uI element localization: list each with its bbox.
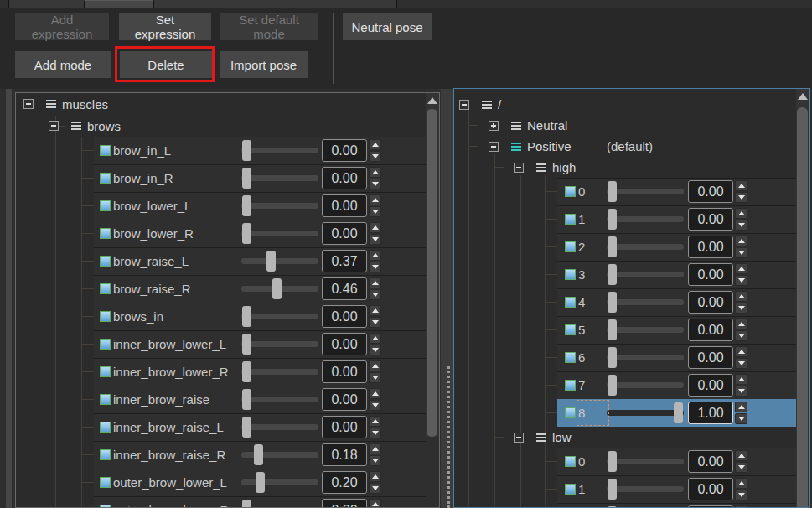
slider-handle[interactable] xyxy=(608,236,617,257)
value-slider[interactable] xyxy=(607,236,684,258)
spin-down-button[interactable] xyxy=(369,206,381,217)
spin-down-button[interactable] xyxy=(735,330,747,341)
slider-handle[interactable] xyxy=(608,375,617,396)
tree-group-low[interactable]: low xyxy=(454,427,809,448)
value-slider[interactable] xyxy=(241,333,318,355)
menu-icon-default[interactable] xyxy=(511,143,521,151)
spin-value[interactable]: 0.00 xyxy=(331,420,357,435)
spin-value[interactable]: 0.00 xyxy=(331,503,357,508)
checkbox-icon[interactable] xyxy=(565,186,576,197)
spin-value[interactable]: 0.00 xyxy=(331,143,357,158)
spin-up-button[interactable] xyxy=(369,360,381,371)
spin-value[interactable]: 0.00 xyxy=(331,226,357,241)
value-slider[interactable] xyxy=(241,194,318,217)
value-spinbox[interactable]: 0.00 xyxy=(688,291,733,314)
spin-down-button[interactable] xyxy=(369,455,381,466)
checkbox-icon[interactable] xyxy=(565,456,576,467)
checkbox-icon[interactable] xyxy=(100,173,111,184)
spin-down-button[interactable] xyxy=(735,303,747,314)
spin-down-button[interactable] xyxy=(369,289,381,300)
slider-handle[interactable] xyxy=(608,292,617,313)
target-row-selected[interactable]: 81.00 xyxy=(454,399,809,427)
value-spinbox[interactable]: 0.37 xyxy=(322,250,367,272)
value-spinbox[interactable]: 0.00 xyxy=(322,416,367,438)
slider-handle[interactable] xyxy=(608,181,617,202)
spin-down-button[interactable] xyxy=(369,151,381,162)
value-slider[interactable] xyxy=(607,402,684,424)
value-spinbox[interactable]: 0.00 xyxy=(322,499,367,508)
slider-handle[interactable] xyxy=(242,500,251,508)
value-spinbox[interactable]: 0.18 xyxy=(322,443,367,466)
checkbox-icon[interactable] xyxy=(100,256,111,267)
value-slider[interactable] xyxy=(607,263,684,286)
muscle-row[interactable]: inner_brow_lower_R0.00 xyxy=(16,358,439,386)
value-slider[interactable] xyxy=(241,471,318,494)
value-slider[interactable] xyxy=(241,277,318,300)
spin-up-button[interactable] xyxy=(369,194,381,205)
value-spinbox[interactable]: 1.00 xyxy=(688,402,733,424)
panel-splitter[interactable] xyxy=(441,89,453,508)
value-slider[interactable] xyxy=(607,291,684,314)
slider-handle[interactable] xyxy=(242,361,251,382)
muscle-row[interactable]: outer_brow_lower_L0.20 xyxy=(16,469,439,496)
value-spinbox[interactable]: 0.00 xyxy=(322,305,367,328)
value-spinbox[interactable]: 0.00 xyxy=(688,208,733,231)
checkbox-icon[interactable] xyxy=(565,407,576,418)
slider-handle[interactable] xyxy=(608,264,617,285)
spin-down-button[interactable] xyxy=(735,358,747,369)
spin-up-button[interactable] xyxy=(735,346,747,357)
muscle-row[interactable]: outer_brow_lower_R0.00 xyxy=(16,496,439,508)
import-pose-button[interactable]: Import pose xyxy=(220,51,308,78)
value-spinbox[interactable]: 0.00 xyxy=(688,263,733,286)
muscle-row[interactable]: brow_in_L0.00 xyxy=(16,137,439,164)
value-spinbox[interactable]: 0.00 xyxy=(688,450,733,473)
spin-up-button[interactable] xyxy=(735,402,747,412)
scrollbar-track[interactable] xyxy=(426,437,439,507)
spin-value[interactable]: 1.00 xyxy=(697,406,723,421)
spin-value[interactable]: 0.00 xyxy=(331,337,357,352)
spin-value[interactable]: 0.00 xyxy=(697,323,723,338)
tab-segment-active[interactable] xyxy=(84,0,154,8)
value-slider[interactable] xyxy=(241,139,318,162)
muscle-row[interactable]: brow_in_R0.00 xyxy=(16,164,439,192)
muscle-row[interactable]: inner_brow_lower_L0.00 xyxy=(16,330,439,358)
spin-up-button[interactable] xyxy=(735,450,747,461)
spin-value[interactable]: 0.00 xyxy=(697,212,723,227)
spin-up-button[interactable] xyxy=(369,222,381,233)
value-slider[interactable] xyxy=(241,167,318,189)
tab-segment-1[interactable] xyxy=(8,0,85,8)
slider-handle[interactable] xyxy=(254,444,263,465)
checkbox-icon[interactable] xyxy=(565,214,576,225)
muscle-row[interactable]: brow_lower_R0.00 xyxy=(16,220,439,247)
menu-icon[interactable] xyxy=(536,433,546,442)
spin-value[interactable]: 0.18 xyxy=(331,448,357,463)
spin-down-button[interactable] xyxy=(735,192,747,203)
checkbox-icon[interactable] xyxy=(565,380,576,391)
target-row[interactable]: 60.00 xyxy=(454,344,809,371)
collapse-icon[interactable] xyxy=(514,433,524,443)
slider-handle[interactable] xyxy=(674,402,683,423)
target-row[interactable]: 70.00 xyxy=(454,371,809,399)
spin-down-button[interactable] xyxy=(735,247,747,258)
value-spinbox[interactable]: 0.46 xyxy=(322,277,367,300)
collapse-icon[interactable] xyxy=(514,163,524,173)
spin-up-button[interactable] xyxy=(735,478,747,489)
spin-down-button[interactable] xyxy=(735,490,747,500)
left-scrollbar[interactable] xyxy=(426,93,439,507)
value-spinbox[interactable]: 0.00 xyxy=(688,478,733,500)
spin-up-button[interactable] xyxy=(369,167,381,178)
menu-icon[interactable] xyxy=(482,101,492,109)
scrollbar-thumb[interactable] xyxy=(797,107,808,507)
target-row[interactable]: 00.00 xyxy=(454,178,809,205)
checkbox-icon[interactable] xyxy=(100,477,111,488)
spin-value[interactable]: 0.00 xyxy=(697,378,723,393)
spin-down-button[interactable] xyxy=(369,234,381,245)
slider-handle[interactable] xyxy=(242,306,251,327)
spin-value[interactable]: 0.00 xyxy=(331,365,357,380)
spin-down-button[interactable] xyxy=(735,220,747,231)
scroll-up-arrow[interactable] xyxy=(796,89,809,103)
spin-down-button[interactable] xyxy=(369,428,381,438)
spin-up-button[interactable] xyxy=(369,471,381,482)
value-spinbox[interactable]: 0.00 xyxy=(322,360,367,383)
spin-up-button[interactable] xyxy=(735,263,747,274)
